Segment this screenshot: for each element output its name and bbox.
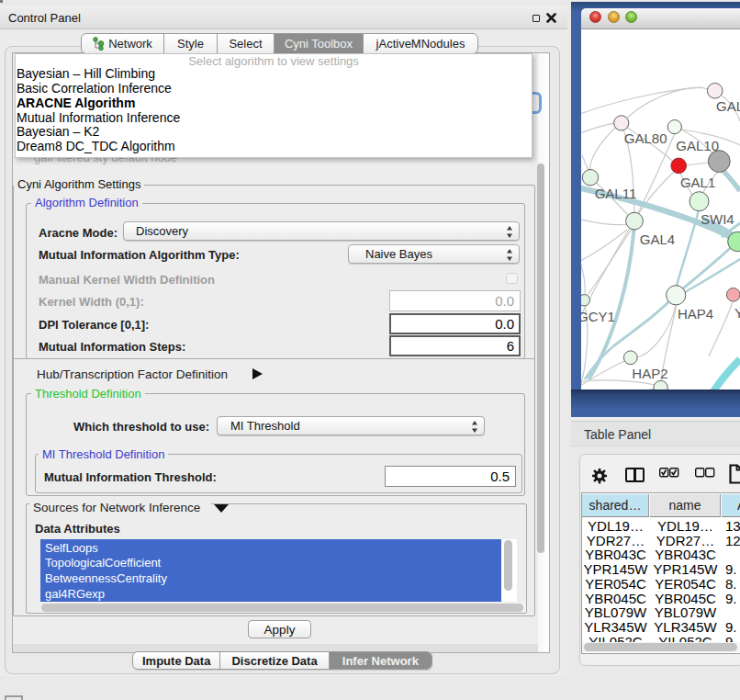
svg-text:GAL11: GAL11 <box>595 186 637 201</box>
svg-text:HAP2: HAP2 <box>632 366 667 381</box>
svg-text:GAL80: GAL80 <box>624 130 667 146</box>
svg-text:GAL10: GAL10 <box>676 138 719 153</box>
svg-text:GAL4: GAL4 <box>640 231 675 247</box>
svg-text:SWI4: SWI4 <box>701 211 734 227</box>
svg-text:HAP4: HAP4 <box>678 306 713 322</box>
svg-text:GCY1: GCY1 <box>581 309 615 324</box>
svg-text:GAL1: GAL1 <box>680 175 715 190</box>
svg-text:Y: Y <box>734 305 740 321</box>
svg-text:GAL: GAL <box>716 98 740 114</box>
